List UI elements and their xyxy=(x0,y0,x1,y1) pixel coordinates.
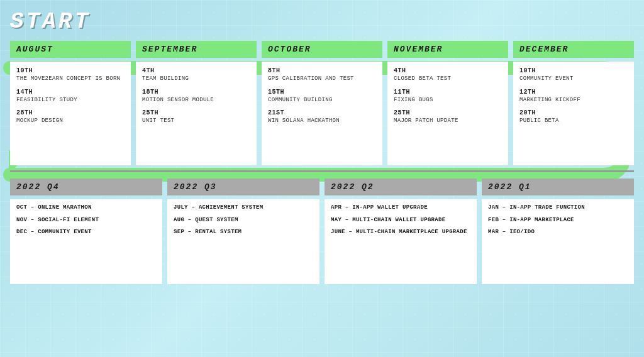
month-header-november: NOVEMBER xyxy=(387,41,508,58)
event-desc: MOTION SENSOR MODULE xyxy=(142,97,250,104)
event-desc: MARKETING KICKOFF xyxy=(519,97,628,104)
event-date: 8TH xyxy=(268,67,376,75)
quarter-card-q3: JULY – ACHIEVEMENT SYSTEM AUG – QUEST SY… xyxy=(167,199,319,284)
event-desc: MOCKUP DESIGN xyxy=(16,118,125,125)
list-item: 25TH MAJOR PATCH UPDATE xyxy=(394,109,502,125)
month-card-october: 8TH GPS CALIBRATION AND TEST 15TH COMMUN… xyxy=(262,62,382,165)
month-card-december: 10TH COMMUNITY EVENT 12TH MARKETING KICK… xyxy=(513,62,634,165)
list-item: MAR – IEO/IDO xyxy=(488,229,628,236)
list-item: MAY – MULTI-CHAIN WALLET UPGRADE xyxy=(331,217,470,224)
quarters-row: 2022 Q4 OCT – ONLINE MARATHON NOV – SOCI… xyxy=(10,178,634,284)
quarter-card-q4: OCT – ONLINE MARATHON NOV – SOCIAL-FI EL… xyxy=(10,199,162,284)
event-desc: COMMUNITY BUILDING xyxy=(268,97,376,104)
event-desc: MAJOR PATCH UPDATE xyxy=(394,118,502,125)
event-date: 4TH xyxy=(394,67,502,75)
event-desc: WIN SOLANA HACKATHON xyxy=(268,118,376,125)
bottom-roadmap-section: 2022 Q4 OCT – ONLINE MARATHON NOV – SOCI… xyxy=(10,178,634,284)
list-item: 15TH COMMUNITY BUILDING xyxy=(268,88,376,104)
event-desc: UNIT TEST xyxy=(142,118,250,125)
event-date: 10TH xyxy=(519,67,628,75)
list-item: 10TH COMMUNITY EVENT xyxy=(519,67,628,83)
quarter-header-q2: 2022 Q2 xyxy=(325,178,477,195)
event-desc: THE MOVE2EARN CONCEPT IS BORN xyxy=(16,75,125,83)
quarter-header-q3: 2022 Q3 xyxy=(167,178,319,195)
list-item: 20TH PUBLIC BETA xyxy=(519,109,628,125)
list-item: 11TH FIXING BUGS xyxy=(394,88,502,104)
list-item: JULY – ACHIEVEMENT SYSTEM xyxy=(174,204,313,212)
list-item: JUNE – MULTI-CHAIN MARKETPLACE UPGRADE xyxy=(331,229,470,236)
event-date: 14TH xyxy=(16,88,125,97)
list-item: APR – IN-APP WALLET UPGRADE xyxy=(331,204,470,212)
month-col-september: SEPTEMBER 4TH TEAM BUILDING 18TH MOTION … xyxy=(136,41,257,165)
list-item: SEP – RENTAL SYSTEM xyxy=(174,229,313,236)
month-header-august: AUGUST xyxy=(10,41,131,58)
quarter-col-q1: 2022 Q1 JAN – IN-APP TRADE FUNCTION FEB … xyxy=(482,178,634,284)
list-item: 21ST WIN SOLANA HACKATHON xyxy=(268,109,376,125)
quarter-header-q1: 2022 Q1 xyxy=(482,178,634,195)
event-date: 18TH xyxy=(142,88,250,97)
list-item: NOV – SOCIAL-FI ELEMENT xyxy=(16,217,156,224)
quarter-header-q4: 2022 Q4 xyxy=(10,178,162,195)
list-item: 8TH GPS CALIBRATION AND TEST xyxy=(268,67,376,83)
event-desc: CLOSED BETA TEST xyxy=(394,75,502,83)
event-date: 25TH xyxy=(142,109,250,118)
list-item: AUG – QUEST SYSTEM xyxy=(174,217,313,224)
separator xyxy=(10,170,634,172)
list-item: 18TH MOTION SENSOR MODULE xyxy=(142,88,250,104)
quarter-card-q1: JAN – IN-APP TRADE FUNCTION FEB – IN-APP… xyxy=(482,199,634,284)
list-item: FEB – IN-APP MARKETPLACE xyxy=(488,217,628,224)
list-item: 14TH FEASIBILITY STUDY xyxy=(16,88,125,104)
event-date: 15TH xyxy=(268,88,376,97)
month-header-september: SEPTEMBER xyxy=(136,41,257,58)
list-item: 12TH MARKETING KICKOFF xyxy=(519,88,628,104)
month-col-december: DECEMBER 10TH COMMUNITY EVENT 12TH MARKE… xyxy=(513,41,634,165)
quarter-card-q2: APR – IN-APP WALLET UPGRADE MAY – MULTI-… xyxy=(325,199,477,284)
event-date: 10TH xyxy=(16,67,125,75)
event-desc: GPS CALIBRATION AND TEST xyxy=(268,75,376,83)
list-item: DEC – COMMUNITY EVENT xyxy=(16,229,156,236)
event-date: 4TH xyxy=(142,67,250,75)
list-item: 25TH UNIT TEST xyxy=(142,109,250,125)
event-desc: TEAM BUILDING xyxy=(142,75,250,83)
page-title: START xyxy=(10,9,634,35)
list-item: OCT – ONLINE MARATHON xyxy=(16,204,156,212)
month-col-november: NOVEMBER 4TH CLOSED BETA TEST 11TH FIXIN… xyxy=(387,41,508,165)
month-col-august: AUGUST 10TH THE MOVE2EARN CONCEPT IS BOR… xyxy=(10,41,131,165)
list-item: 10TH THE MOVE2EARN CONCEPT IS BORN xyxy=(16,67,125,83)
quarter-col-q3: 2022 Q3 JULY – ACHIEVEMENT SYSTEM AUG – … xyxy=(167,178,319,284)
event-desc: COMMUNITY EVENT xyxy=(519,75,628,83)
month-header-december: DECEMBER xyxy=(513,41,634,58)
month-card-august: 10TH THE MOVE2EARN CONCEPT IS BORN 14TH … xyxy=(10,62,131,165)
month-card-november: 4TH CLOSED BETA TEST 11TH FIXING BUGS 25… xyxy=(387,62,508,165)
quarter-col-q4: 2022 Q4 OCT – ONLINE MARATHON NOV – SOCI… xyxy=(10,178,162,284)
top-roadmap-section: AUGUST 10TH THE MOVE2EARN CONCEPT IS BOR… xyxy=(10,41,634,165)
event-date: 11TH xyxy=(394,88,502,97)
month-header-october: OCTOBER xyxy=(262,41,382,58)
list-item: 28TH MOCKUP DESIGN xyxy=(16,109,125,125)
event-date: 21ST xyxy=(268,109,376,118)
event-desc: FIXING BUGS xyxy=(394,97,502,104)
event-desc: PUBLIC BETA xyxy=(519,118,628,125)
event-date: 20TH xyxy=(519,109,628,118)
month-col-october: OCTOBER 8TH GPS CALIBRATION AND TEST 15T… xyxy=(262,41,382,165)
event-date: 25TH xyxy=(394,109,502,118)
months-row: AUGUST 10TH THE MOVE2EARN CONCEPT IS BOR… xyxy=(10,41,634,165)
quarter-col-q2: 2022 Q2 APR – IN-APP WALLET UPGRADE MAY … xyxy=(325,178,477,284)
list-item: 4TH TEAM BUILDING xyxy=(142,67,250,83)
event-date: 28TH xyxy=(16,109,125,118)
list-item: 4TH CLOSED BETA TEST xyxy=(394,67,502,83)
list-item: JAN – IN-APP TRADE FUNCTION xyxy=(488,204,628,212)
event-date: 12TH xyxy=(519,88,628,97)
event-desc: FEASIBILITY STUDY xyxy=(16,97,125,104)
month-card-september: 4TH TEAM BUILDING 18TH MOTION SENSOR MOD… xyxy=(136,62,257,165)
